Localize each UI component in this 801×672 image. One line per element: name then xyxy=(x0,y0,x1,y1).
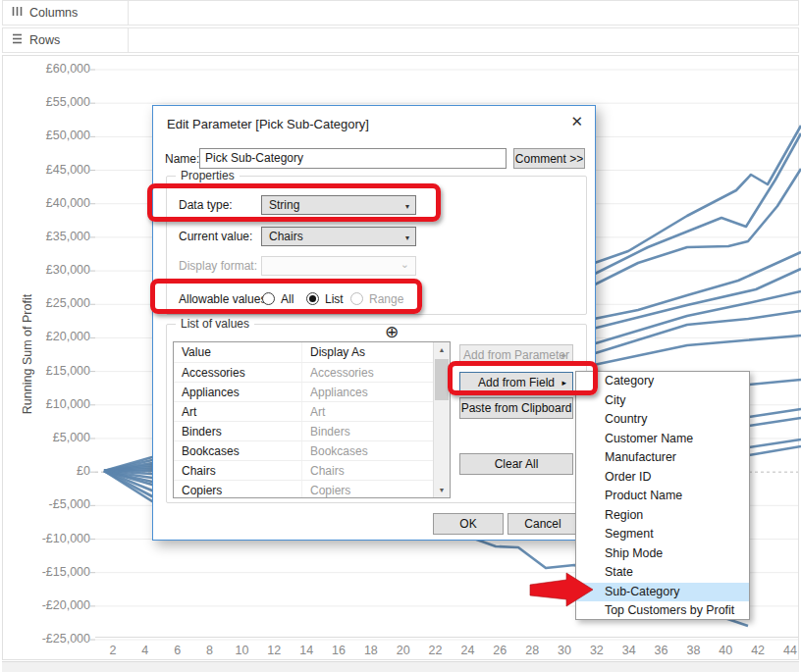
table-scrollbar[interactable]: ▲ ▼ xyxy=(433,342,450,497)
data-type-label: Data type: xyxy=(179,198,233,212)
allowable-values-label: Allowable values: xyxy=(179,292,270,306)
y-tick-label: £0 xyxy=(0,464,90,478)
close-icon[interactable]: ✕ xyxy=(570,113,583,130)
x-tick-label: 20 xyxy=(387,644,420,657)
clear-all-button[interactable]: Clear All xyxy=(459,453,573,475)
menu-item-segment[interactable]: Segment xyxy=(576,525,749,544)
menu-item-product-name[interactable]: Product Name xyxy=(576,487,749,506)
add-from-field-label: Add from Field xyxy=(478,376,555,389)
scroll-down-icon[interactable]: ▼ xyxy=(434,483,450,497)
menu-item-category[interactable]: Category xyxy=(576,372,749,391)
y-tick-label: £15,000 xyxy=(0,364,90,378)
x-tick-label: 8 xyxy=(193,644,227,657)
y-tick-label: £50,000 xyxy=(0,129,90,142)
display-as-cell: Copiers xyxy=(301,481,435,498)
x-tick-label: 32 xyxy=(580,644,614,657)
radio-all[interactable] xyxy=(262,292,275,305)
table-row[interactable]: ChairsChairs xyxy=(174,461,435,481)
table-row[interactable]: AccessoriesAccessories xyxy=(174,363,435,383)
columns-shelf-label: Columns xyxy=(29,6,78,20)
pill-index-label: Index xyxy=(143,8,171,20)
menu-item-manufacturer[interactable]: Manufacturer xyxy=(576,448,749,468)
y-tick-label: £30,000 xyxy=(0,263,90,277)
add-from-field-button[interactable]: Add from Field ▸ xyxy=(459,372,573,392)
table-row[interactable]: BindersBinders xyxy=(174,422,435,441)
current-value-dropdown[interactable]: Chairs ▾ xyxy=(261,227,416,246)
x-tick-label: 44 xyxy=(774,644,801,657)
table-row[interactable]: ArtArt xyxy=(174,402,435,422)
menu-item-region[interactable]: Region xyxy=(576,506,749,526)
table-row[interactable]: CopiersCopiers xyxy=(174,481,435,498)
table-row[interactable]: AppliancesAppliances xyxy=(174,383,435,402)
menu-item-top-customers-by-profit[interactable]: Top Customers by Profit xyxy=(576,601,749,621)
y-tick-label: -£15,000 xyxy=(0,565,90,579)
list-of-values-legend: List of values xyxy=(176,317,254,331)
current-value-value: Chairs xyxy=(269,230,303,243)
scroll-up-icon[interactable]: ▲ xyxy=(434,342,450,357)
cancel-button[interactable]: Cancel xyxy=(507,513,578,535)
properties-legend: Properties xyxy=(176,169,240,182)
y-tick-label: £55,000 xyxy=(0,95,90,109)
x-tick-label: 28 xyxy=(515,644,549,657)
y-tick-label: £10,000 xyxy=(0,397,90,411)
x-tick-label: 34 xyxy=(613,644,646,657)
x-tick-label: 22 xyxy=(419,644,453,657)
rows-shelf[interactable]: Rows SUM(Profit) △ xyxy=(2,27,799,53)
add-from-parameter-button: Add from Parameter ▸ xyxy=(459,344,573,365)
x-tick-label: 4 xyxy=(129,644,162,657)
display-as-cell: Art xyxy=(301,402,435,421)
menu-item-state[interactable]: State xyxy=(576,563,749,583)
table-row[interactable]: BookcasesBookcases xyxy=(174,441,435,461)
x-tick-label: 26 xyxy=(483,644,516,657)
display-as-cell: Appliances xyxy=(301,383,435,401)
submenu-arrow-icon: ▸ xyxy=(561,378,566,388)
y-tick-label: -£20,000 xyxy=(0,598,90,612)
table-header-row: Value Display As xyxy=(174,342,435,363)
y-tick-label: £25,000 xyxy=(0,296,90,310)
value-column-header: Value xyxy=(174,342,301,362)
data-type-dropdown[interactable]: String ▾ xyxy=(261,195,416,215)
y-tick-label: £35,000 xyxy=(0,230,90,243)
y-tick-label: £5,000 xyxy=(0,431,90,444)
data-type-value: String xyxy=(269,198,299,212)
value-cell: Art xyxy=(174,402,301,421)
y-tick-label: -£25,000 xyxy=(0,632,90,646)
pill-sum-profit[interactable]: SUM(Profit) △ xyxy=(134,32,253,50)
ok-button[interactable]: OK xyxy=(433,513,504,535)
scrollbar-thumb[interactable] xyxy=(435,359,449,400)
display-as-cell: Binders xyxy=(301,422,435,440)
rows-shelf-label-cell: Rows xyxy=(3,28,129,52)
menu-item-city[interactable]: City xyxy=(576,391,749,411)
comment-button[interactable]: Comment >> xyxy=(513,148,585,169)
menu-item-ship-mode[interactable]: Ship Mode xyxy=(576,544,749,564)
list-of-values-table[interactable]: Value Display As AccessoriesAccessoriesA… xyxy=(173,341,451,498)
x-tick-label: 6 xyxy=(161,644,194,657)
menu-item-customer-name[interactable]: Customer Name xyxy=(576,430,749,449)
x-tick-label: 40 xyxy=(709,644,742,657)
columns-shelf-label-cell: Columns xyxy=(3,1,129,25)
horizontal-scroll-strip[interactable] xyxy=(2,661,799,672)
menu-item-order-id[interactable]: Order ID xyxy=(576,468,749,488)
name-input[interactable]: Pick Sub-Category xyxy=(199,148,507,169)
display-as-cell: Chairs xyxy=(301,461,435,480)
value-cell: Bookcases xyxy=(174,441,301,460)
edit-parameter-dialog: Edit Parameter [Pick Sub-Category] ✕ Nam… xyxy=(152,105,596,541)
menu-item-country[interactable]: Country xyxy=(576,410,749,430)
x-tick-label: 18 xyxy=(354,644,388,657)
x-tick-label: 16 xyxy=(322,644,355,657)
display-format-label: Display format: xyxy=(179,259,257,273)
chevron-down-icon: ▾ xyxy=(405,233,409,242)
radio-list-label[interactable]: List xyxy=(325,292,344,306)
radio-list[interactable] xyxy=(306,292,319,305)
menu-item-sub-category[interactable]: Sub-Category xyxy=(576,583,749,602)
crosshair-cursor-icon: ⊕ xyxy=(385,322,399,342)
pill-index[interactable]: Index △ xyxy=(134,5,240,23)
x-tick-label: 42 xyxy=(741,644,774,657)
chevron-down-icon: ▾ xyxy=(405,202,409,211)
radio-all-label[interactable]: All xyxy=(281,292,294,306)
columns-shelf[interactable]: Columns Index △ xyxy=(2,0,799,26)
add-from-parameter-label: Add from Parameter xyxy=(463,348,569,362)
current-value-label: Current value: xyxy=(179,230,252,243)
y-tick-label: £60,000 xyxy=(0,62,90,76)
paste-from-clipboard-button[interactable]: Paste from Clipboard xyxy=(459,397,573,419)
